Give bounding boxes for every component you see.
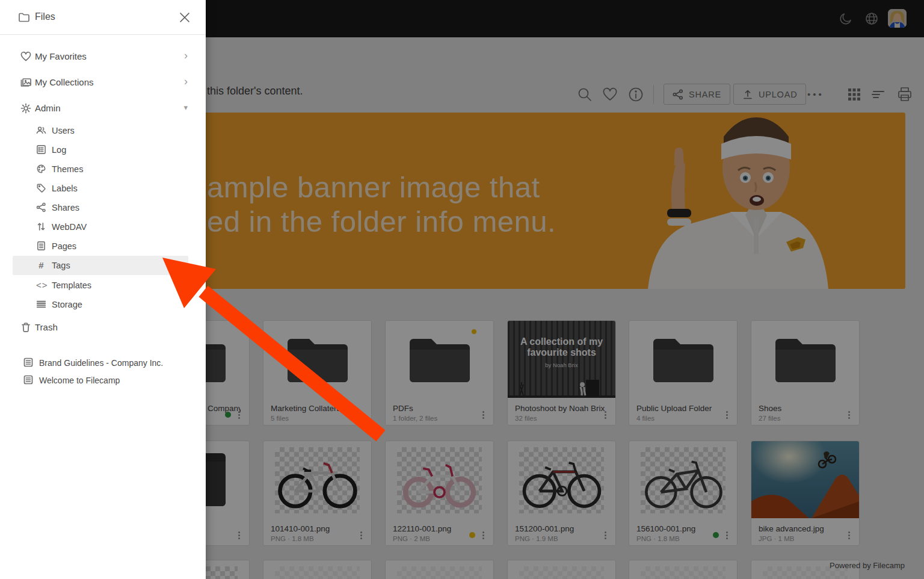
sidebar-item-label: Templates	[52, 280, 91, 290]
sidebar-item-label: Themes	[52, 164, 83, 174]
sidebar-item-label: Log	[52, 145, 66, 155]
sidebar-item-themes[interactable]: Themes	[0, 159, 206, 179]
sidebar-item-my-favorites[interactable]: My Favorites ›	[0, 44, 206, 70]
sidebar-item-label: Labels	[52, 184, 78, 193]
sidebar-item-webdav[interactable]: WebDAV	[0, 217, 206, 237]
document-icon	[23, 374, 34, 385]
sidebar-item-label: Shares	[52, 203, 79, 212]
sidebar-item-label: Tags	[52, 261, 70, 270]
share-icon	[36, 202, 46, 212]
code-icon: <>	[36, 280, 46, 290]
sidebar-item-my-collections[interactable]: My Collections ›	[0, 70, 206, 96]
sidebar-item-label: WebDAV	[52, 222, 87, 232]
sidebar-item-label: Admin	[35, 103, 61, 113]
updown-arrows-icon	[36, 221, 46, 232]
sidebar-item-log[interactable]: Log	[0, 140, 206, 159]
sidebar-item-tags[interactable]: # Tags	[13, 256, 188, 275]
sidebar-item-templates[interactable]: <> Templates	[0, 276, 206, 295]
document-icon	[23, 357, 34, 368]
tag-icon	[36, 183, 46, 193]
sidebar-item-label: Trash	[35, 322, 58, 332]
chevron-right-icon: ›	[184, 75, 188, 88]
collections-icon	[20, 76, 32, 88]
sidebar-doc-brand-guidelines[interactable]: Brand Guidelines - Company Inc.	[0, 354, 206, 371]
sidebar-doc-label: Welcome to Filecamp	[39, 376, 120, 385]
sidebar-doc-welcome[interactable]: Welcome to Filecamp	[0, 371, 206, 389]
palette-icon	[36, 164, 46, 174]
sidebar-item-label: Users	[52, 126, 75, 135]
close-icon[interactable]	[178, 11, 191, 24]
drawer-header: Files	[0, 0, 206, 35]
page-icon	[36, 241, 46, 251]
chevron-right-icon: ›	[184, 49, 188, 62]
sidebar-item-label: My Collections	[35, 77, 94, 87]
files-drawer: Files My Favorites › My Collections › Ad…	[0, 0, 206, 579]
sidebar-item-label: My Favorites	[35, 51, 87, 61]
users-icon	[36, 125, 46, 135]
folder-icon	[18, 11, 30, 23]
gear-icon	[20, 102, 32, 114]
sidebar-item-pages[interactable]: Pages	[0, 237, 206, 256]
storage-icon	[36, 299, 46, 309]
sidebar-item-shares[interactable]: Shares	[0, 198, 206, 217]
sidebar-item-labels[interactable]: Labels	[0, 179, 206, 198]
hash-icon: #	[36, 260, 46, 270]
sidebar-item-admin[interactable]: Admin ▾	[0, 96, 206, 122]
sidebar-item-trash[interactable]: Trash	[0, 315, 206, 341]
heart-icon	[20, 51, 32, 63]
sidebar-item-label: Storage	[52, 300, 82, 309]
chevron-down-icon: ▾	[183, 103, 188, 112]
sidebar-doc-label: Brand Guidelines - Company Inc.	[39, 358, 163, 368]
log-icon	[36, 144, 46, 155]
sidebar-item-storage[interactable]: Storage	[0, 295, 206, 314]
sidebar-item-label: Pages	[52, 241, 76, 251]
trash-icon	[20, 321, 32, 333]
sidebar-item-users[interactable]: Users	[0, 121, 206, 140]
drawer-title: Files	[35, 11, 55, 22]
